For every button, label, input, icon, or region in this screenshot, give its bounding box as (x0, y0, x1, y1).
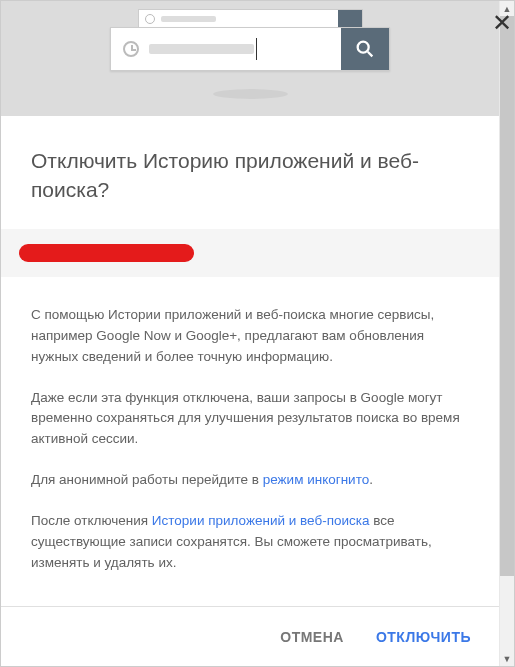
placeholder-graphic (149, 44, 254, 54)
illustration-search-bar-large (110, 27, 390, 71)
paragraph-after-disable: После отключения Истории приложений и ве… (31, 511, 469, 574)
shadow-graphic (213, 89, 288, 99)
dialog-content: Отключить Историю приложений и веб-поиск… (1, 116, 499, 606)
search-button-graphic (338, 10, 362, 28)
scrollbar[interactable]: ▲ ▼ (499, 1, 514, 666)
search-button-graphic (341, 28, 389, 70)
incognito-link[interactable]: режим инкогнито (263, 472, 370, 487)
redacted-account-email (19, 244, 194, 262)
dialog-container: ✕ Отключить Истори (0, 0, 515, 667)
search-icon (354, 38, 376, 60)
cursor-graphic (256, 38, 257, 60)
paragraph-benefits: С помощью Истории приложений и веб-поиск… (31, 305, 469, 368)
activity-history-link[interactable]: Истории приложений и веб-поиска (152, 513, 370, 528)
clock-icon (145, 14, 155, 24)
illustration-search-bar-small (138, 9, 363, 29)
paragraph-retention: Даже если эта функция отключена, ваши за… (31, 388, 469, 451)
close-icon[interactable]: ✕ (492, 9, 512, 37)
scroll-down-arrow[interactable]: ▼ (500, 651, 514, 666)
svg-line-1 (368, 52, 373, 57)
text-fragment: . (369, 472, 373, 487)
dialog-footer: ОТМЕНА ОТКЛЮЧИТЬ (1, 606, 499, 666)
placeholder-graphic (161, 16, 216, 22)
dialog-title: Отключить Историю приложений и веб-поиск… (31, 146, 469, 205)
clock-icon (123, 41, 139, 57)
dialog-scroll-area: Отключить Историю приложений и веб-поиск… (1, 1, 499, 606)
confirm-button[interactable]: ОТКЛЮЧИТЬ (376, 629, 471, 645)
text-fragment: Для анонимной работы перейдите в (31, 472, 263, 487)
account-row (1, 229, 499, 277)
cancel-button[interactable]: ОТМЕНА (280, 629, 344, 645)
svg-point-0 (358, 42, 369, 53)
dialog-body: С помощью Истории приложений и веб-поиск… (31, 305, 469, 574)
text-fragment: После отключения (31, 513, 152, 528)
scroll-thumb[interactable] (500, 16, 514, 576)
paragraph-incognito: Для анонимной работы перейдите в режим и… (31, 470, 469, 491)
header-illustration (1, 1, 499, 116)
